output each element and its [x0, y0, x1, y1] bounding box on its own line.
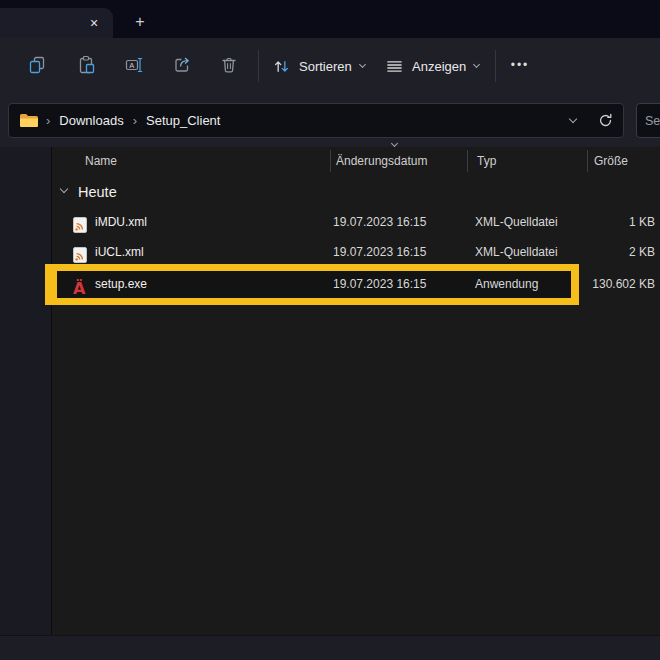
sort-icon: [272, 57, 291, 76]
delete-button[interactable]: [219, 55, 241, 77]
navigation-pane: [0, 147, 51, 635]
file-name: iUCL.xml: [95, 237, 144, 267]
application-icon: Ä: [73, 279, 85, 298]
share-button[interactable]: [172, 55, 194, 77]
file-type: XML-Quelldatei: [475, 237, 558, 267]
file-name: iMDU.xml: [95, 207, 147, 237]
sort-button[interactable]: Sortieren: [272, 52, 365, 80]
breadcrumb-setup-client[interactable]: Setup_Client: [146, 113, 220, 128]
folder-icon: [19, 113, 39, 129]
file-size: 130.602 KB: [592, 269, 655, 300]
column-header-size[interactable]: Größe: [594, 154, 628, 168]
toolbar-divider: [495, 50, 496, 82]
breadcrumb-separator: ›: [133, 113, 137, 128]
column-resize-handle[interactable]: [467, 150, 468, 172]
status-bar: [0, 635, 660, 660]
column-resize-handle[interactable]: [330, 150, 331, 172]
command-bar: A Sortieren: [0, 38, 660, 147]
search-input[interactable]: [636, 103, 660, 138]
file-modified: 19.07.2023 16:15: [333, 207, 426, 237]
active-tab[interactable]: ×: [0, 8, 113, 38]
file-size: 1 KB: [629, 207, 655, 237]
file-modified: 19.07.2023 16:15: [333, 237, 426, 267]
view-button[interactable]: Anzeigen: [385, 52, 479, 80]
xml-file-icon: [73, 247, 87, 263]
view-label: Anzeigen: [412, 59, 466, 74]
column-header-modified[interactable]: Änderungsdatum: [336, 154, 427, 168]
file-explorer-window: × + A: [0, 0, 660, 660]
chevron-down-icon: [473, 61, 480, 68]
rename-button[interactable]: A: [124, 55, 146, 77]
close-tab-icon[interactable]: ×: [84, 13, 104, 33]
file-type: XML-Quelldatei: [475, 207, 558, 237]
breadcrumb-separator: ›: [46, 113, 50, 128]
paste-button[interactable]: [76, 55, 98, 77]
file-type: Anwendung: [475, 269, 538, 300]
column-header-name[interactable]: Name: [85, 154, 117, 168]
refresh-icon[interactable]: [598, 113, 613, 128]
xml-file-icon: [73, 217, 87, 233]
copy-button[interactable]: [27, 55, 49, 77]
svg-text:A: A: [129, 61, 134, 70]
new-tab-button[interactable]: +: [130, 12, 150, 32]
address-bar[interactable]: › Downloads › Setup_Client: [8, 103, 624, 138]
group-header-heute[interactable]: Heute: [78, 184, 117, 200]
toolbar-divider: [258, 50, 259, 82]
file-name: setup.exe: [95, 269, 147, 300]
file-size: 2 KB: [629, 237, 655, 267]
delete-icon: [219, 55, 239, 75]
column-header-type[interactable]: Typ: [477, 154, 496, 168]
copy-icon: [27, 55, 47, 75]
rename-icon: A: [124, 55, 144, 75]
column-resize-handle[interactable]: [587, 150, 588, 172]
sort-label: Sortieren: [299, 59, 352, 74]
more-options-button[interactable]: •••: [505, 55, 535, 77]
file-row-imdu[interactable]: iMDU.xml 19.07.2023 16:15 XML-Quelldatei…: [52, 207, 660, 237]
file-modified: 19.07.2023 16:15: [333, 269, 426, 300]
paste-icon: [76, 55, 96, 75]
file-row-setup-exe[interactable]: Ä setup.exe 19.07.2023 16:15 Anwendung 1…: [52, 269, 660, 300]
tab-bar: × +: [0, 0, 660, 38]
view-icon: [385, 57, 404, 76]
address-dropdown-icon[interactable]: [569, 115, 577, 123]
breadcrumb-downloads[interactable]: Downloads: [59, 113, 123, 128]
chevron-down-icon: [359, 61, 366, 68]
share-icon: [172, 55, 192, 75]
file-row-iucl[interactable]: iUCL.xml 19.07.2023 16:15 XML-Quelldatei…: [52, 237, 660, 267]
